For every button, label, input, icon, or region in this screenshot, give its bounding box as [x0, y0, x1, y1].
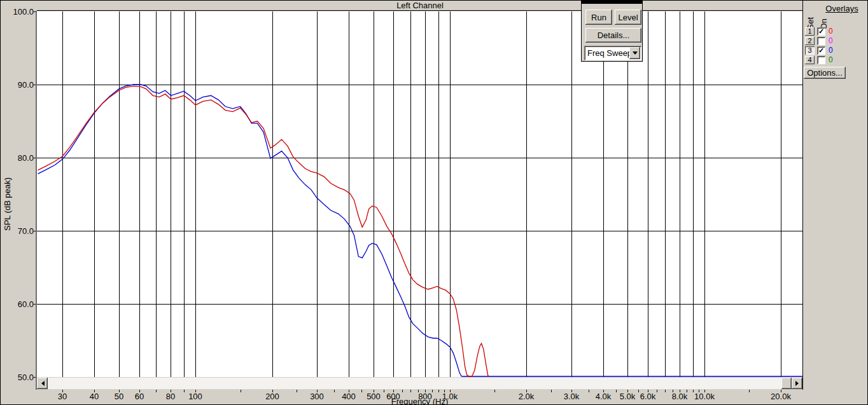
run-button[interactable]: Run [585, 10, 612, 25]
plot-right-border [802, 1, 803, 390]
overlay-set-button-3[interactable]: 3 [805, 46, 815, 55]
x-tickmark [494, 390, 495, 392]
x-tickmark [551, 390, 552, 392]
scrollbar-left-button[interactable] [37, 378, 48, 389]
overlay-value-1: 0 [829, 27, 837, 36]
y-axis-title: SPL (dB peak) [3, 177, 12, 231]
overlay-on-checkbox-2-unchecked[interactable] [817, 37, 825, 45]
overlay-value-3: 0 [829, 46, 837, 55]
x-tickmark [241, 390, 241, 392]
overlay-on-checkbox-1-checked[interactable]: ✓ [817, 27, 825, 36]
overlay-set-button-4[interactable]: 4 [805, 56, 815, 64]
overlay-set-button-1[interactable]: 1 [805, 27, 815, 36]
y-tick-label: 60.0 [2, 299, 34, 309]
overlay-value-2: 0 [829, 37, 837, 45]
overlay-value-4: 0 [829, 56, 837, 64]
sweep-control-panel: Run Level Details... Freq Sweep [581, 1, 643, 62]
sweep-mode-dropdown[interactable]: Freq Sweep [584, 46, 641, 60]
scrollbar-right-button[interactable] [792, 378, 802, 389]
overlay-on-checkbox-4-unchecked[interactable] [817, 56, 825, 64]
analyzer-window: Left Channel 100.090.080.070.060.050.0 S… [0, 0, 868, 405]
frequency-response-chart [37, 11, 802, 377]
sweep-mode-value: Freq Sweep [587, 48, 632, 58]
level-button[interactable]: Level [615, 10, 641, 25]
overlay-on-checkbox-3-checked[interactable]: ✓ [817, 46, 825, 55]
y-tick-label: 80.0 [2, 153, 34, 163]
x-tickmark [749, 390, 750, 392]
right-arrow-icon [795, 381, 801, 386]
scrollbar-thumb[interactable] [781, 378, 792, 389]
y-tick-label: 50.0 [2, 373, 34, 382]
x-tickmark [297, 390, 297, 392]
dropdown-button[interactable] [629, 47, 640, 59]
y-tick-label: 100.0 [2, 7, 34, 17]
left-arrow-icon [39, 381, 45, 386]
horizontal-scrollbar[interactable] [37, 378, 802, 389]
details-button[interactable]: Details... [585, 28, 641, 43]
down-arrow-icon [633, 51, 638, 57]
y-tick-label: 90.0 [2, 80, 34, 90]
options-button[interactable]: Options... [804, 67, 846, 79]
x-axis-title: Frequency (Hz) [37, 397, 802, 405]
series-overlay-3-blue [38, 85, 803, 376]
overlay-set-button-2[interactable]: 2 [805, 37, 815, 45]
plot-title: Left Channel [37, 1, 803, 11]
plot-area [37, 11, 802, 377]
